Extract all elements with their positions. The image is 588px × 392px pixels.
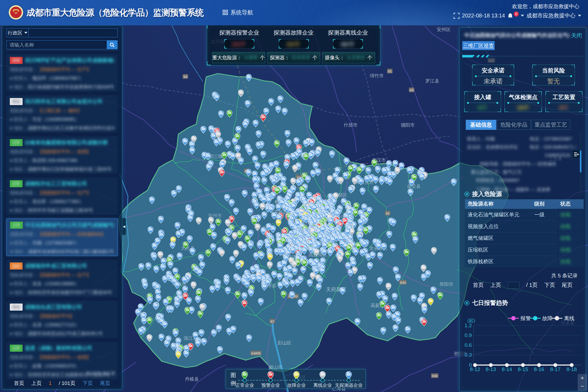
svg-text:8-13: 8-13 xyxy=(486,366,496,372)
svg-text:什邡市: 什邡市 xyxy=(344,122,358,128)
svg-text:丹棱县: 丹棱县 xyxy=(185,376,199,382)
svg-text:安州区: 安州区 xyxy=(437,27,451,32)
svg-text:金堂县: 金堂县 xyxy=(407,184,421,189)
svg-text:S7: S7 xyxy=(270,320,274,323)
svg-text:8-16: 8-16 xyxy=(534,366,544,372)
svg-text:8-18: 8-18 xyxy=(566,366,577,372)
svg-text:G4203: G4203 xyxy=(251,352,261,355)
svg-text:德阳市: 德阳市 xyxy=(401,122,415,128)
svg-text:简阳市: 简阳市 xyxy=(440,282,454,287)
svg-text:0.9: 0.9 xyxy=(465,332,472,338)
svg-text:8-15: 8-15 xyxy=(518,366,528,372)
svg-text:G42: G42 xyxy=(400,281,406,284)
svg-text:S40: S40 xyxy=(432,374,437,378)
svg-text:8-12: 8-12 xyxy=(470,366,480,372)
svg-text:G5: G5 xyxy=(409,88,414,92)
svg-text:8-17: 8-17 xyxy=(550,366,561,372)
svg-text:故障: 故障 xyxy=(542,316,553,321)
svg-text:0.6: 0.6 xyxy=(465,342,472,348)
svg-text:0.3: 0.3 xyxy=(465,352,472,358)
svg-text:1.2: 1.2 xyxy=(465,323,472,328)
svg-text:S2: S2 xyxy=(386,212,390,215)
svg-text:8-14: 8-14 xyxy=(502,366,512,372)
svg-text:绵竹市: 绵竹市 xyxy=(370,73,384,78)
svg-text:报警: 报警 xyxy=(520,316,531,321)
svg-text:罗江县: 罗江县 xyxy=(425,78,439,84)
svg-text:S9: S9 xyxy=(183,75,187,78)
svg-text:彭山区: 彭山区 xyxy=(278,340,292,345)
svg-text:离线: 离线 xyxy=(564,316,574,321)
svg-text:S1: S1 xyxy=(388,70,392,73)
